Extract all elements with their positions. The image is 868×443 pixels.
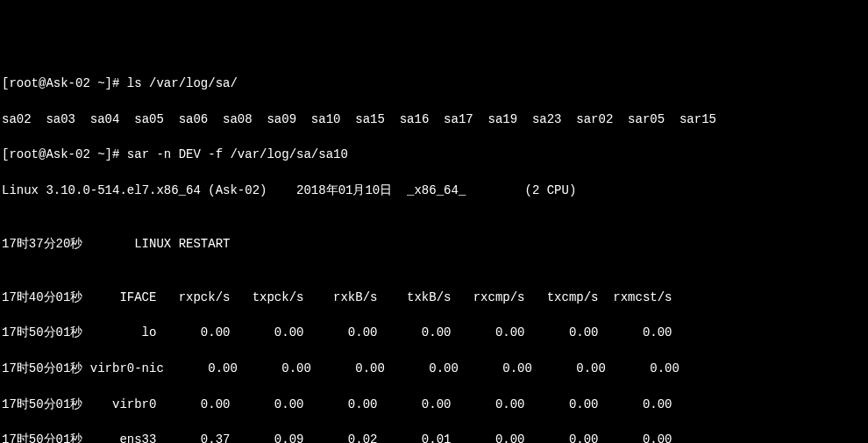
sar-data-row: 17时50分01秒 ens33 0.37 0.09 0.02 0.01 0.00… — [2, 431, 866, 443]
sar-data-row: 17时50分01秒 lo 0.00 0.00 0.00 0.00 0.00 0.… — [2, 324, 866, 341]
sar-header-row: 17时40分01秒 IFACE rxpck/s txpck/s rxkB/s t… — [2, 289, 866, 306]
sar-data-row: 17时50分01秒 virbr0 0.00 0.00 0.00 0.00 0.0… — [2, 396, 866, 413]
command-1: ls /var/log/sa/ — [127, 76, 238, 90]
prompt-line-2: [root@Ask-02 ~]# sar -n DEV -f /var/log/… — [2, 146, 866, 163]
prompt-text: [root@Ask-02 ~]# — [2, 147, 127, 161]
sar-data-row: 17时50分01秒 virbr0-nic 0.00 0.00 0.00 0.00… — [2, 360, 866, 377]
prompt-line-1: [root@Ask-02 ~]# ls /var/log/sa/ — [2, 75, 866, 92]
system-info-line: Linux 3.10.0-514.el7.x86_64 (Ask-02) 201… — [2, 182, 866, 199]
restart-line: 17时37分20秒 LINUX RESTART — [2, 235, 866, 253]
ls-output: sa02 sa03 sa04 sa05 sa06 sa08 sa09 sa10 … — [2, 111, 866, 128]
prompt-text: [root@Ask-02 ~]# — [2, 76, 127, 90]
command-2: sar -n DEV -f /var/log/sa/sa10 — [127, 147, 348, 161]
